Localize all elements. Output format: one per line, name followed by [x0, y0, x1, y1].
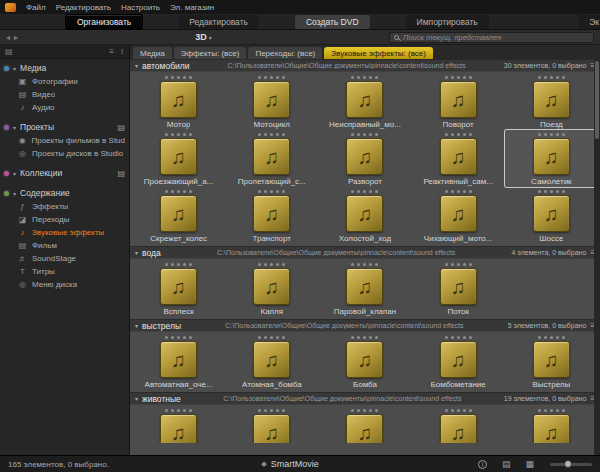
- sidebar-item[interactable]: ƒЭффекты: [0, 200, 129, 213]
- rating-dot[interactable]: [457, 409, 460, 412]
- sound-item[interactable]: ♫Неисправный_мо...: [318, 73, 411, 130]
- sound-item[interactable]: ♫Мотоцикл: [225, 73, 318, 130]
- menu-item[interactable]: Эл. магазин: [170, 3, 214, 12]
- rating-dot[interactable]: [183, 76, 186, 79]
- rating-dot[interactable]: [562, 76, 565, 79]
- rating-dot[interactable]: [375, 336, 378, 339]
- rating-dot[interactable]: [282, 336, 285, 339]
- rating-dot[interactable]: [177, 336, 180, 339]
- rating-dot[interactable]: [357, 190, 360, 193]
- rating-dot[interactable]: [457, 76, 460, 79]
- rating-dot[interactable]: [562, 190, 565, 193]
- rating-dot[interactable]: [369, 336, 372, 339]
- rating-dot[interactable]: [538, 76, 541, 79]
- rating-dot[interactable]: [165, 190, 168, 193]
- rating-dot[interactable]: [264, 133, 267, 136]
- rating-dot[interactable]: [375, 190, 378, 193]
- sound-item[interactable]: ♫Поток: [412, 260, 505, 317]
- rating-dot[interactable]: [177, 263, 180, 266]
- rating-dot[interactable]: [351, 409, 354, 412]
- sound-item[interactable]: ♫Всплеск: [132, 260, 225, 317]
- scrollbar-thumb[interactable]: [595, 61, 599, 139]
- rating-dot[interactable]: [451, 409, 454, 412]
- rating-dot[interactable]: [258, 409, 261, 412]
- rating-dot[interactable]: [189, 190, 192, 193]
- rating-dot[interactable]: [258, 190, 261, 193]
- rating-dot[interactable]: [177, 190, 180, 193]
- group-header[interactable]: ▾выстрелыC:\Пользователи\Общие\Общие док…: [130, 319, 600, 332]
- group-header[interactable]: ▾автомобилиC:\Пользователи\Общие\Общие д…: [130, 59, 600, 72]
- rating-dot[interactable]: [550, 76, 553, 79]
- rating-dot[interactable]: [276, 336, 279, 339]
- rating-dot[interactable]: [357, 336, 360, 339]
- sound-item[interactable]: ♫Скрежет_колес: [132, 187, 225, 244]
- rating-dot[interactable]: [270, 263, 273, 266]
- rating-dot[interactable]: [469, 263, 472, 266]
- rating-dot[interactable]: [276, 76, 279, 79]
- view-3d-button[interactable]: 3D: [195, 32, 207, 42]
- sidebar-item[interactable]: ♪Аудио: [0, 101, 129, 114]
- rating-dot[interactable]: [270, 76, 273, 79]
- main-tab[interactable]: Создать DVD: [295, 15, 370, 29]
- rating-dot[interactable]: [457, 190, 460, 193]
- rating-dot[interactable]: [264, 263, 267, 266]
- sound-item[interactable]: ♫Автоматная_оче...: [132, 333, 225, 390]
- content-tab[interactable]: Медиа: [133, 47, 172, 59]
- rating-dot[interactable]: [463, 76, 466, 79]
- rating-dot[interactable]: [445, 190, 448, 193]
- rating-dot[interactable]: [276, 190, 279, 193]
- sidebar-section-header[interactable]: ▾Медиа: [0, 61, 129, 75]
- rating-dot[interactable]: [369, 263, 372, 266]
- sidebar-item[interactable]: ♬SoundStage: [0, 252, 129, 265]
- zoom-slider[interactable]: [550, 463, 592, 466]
- rating-dot[interactable]: [369, 133, 372, 136]
- sound-item[interactable]: ♫Пролетающий_с...: [225, 130, 318, 187]
- rating-dot[interactable]: [363, 409, 366, 412]
- sidebar-item[interactable]: ◎Проекты дисков в Studio: [0, 147, 129, 160]
- rating-dot[interactable]: [451, 76, 454, 79]
- main-tab[interactable]: Импортировать: [406, 15, 489, 29]
- sound-item[interactable]: ♫Паровой_клапан: [318, 260, 411, 317]
- rating-dot[interactable]: [264, 76, 267, 79]
- rating-dot[interactable]: [451, 133, 454, 136]
- rating-dot[interactable]: [189, 409, 192, 412]
- rating-dot[interactable]: [282, 190, 285, 193]
- rating-dot[interactable]: [451, 190, 454, 193]
- sound-item[interactable]: ♫Капля: [225, 260, 318, 317]
- rating-dot[interactable]: [276, 409, 279, 412]
- sound-item[interactable]: ♫Мотор: [132, 73, 225, 130]
- sound-item[interactable]: ♫Проезжающий_а...: [132, 130, 225, 187]
- rating-dot[interactable]: [538, 190, 541, 193]
- section-action-icon[interactable]: ▤: [117, 169, 125, 178]
- rating-dot[interactable]: [369, 76, 372, 79]
- sound-item[interactable]: ♫Самолетик: [505, 130, 598, 187]
- rating-dot[interactable]: [550, 133, 553, 136]
- sound-item[interactable]: ♫: [318, 406, 411, 443]
- sidebar-section-header[interactable]: ▾Проекты▤: [0, 120, 129, 134]
- main-tab[interactable]: Организовать: [66, 15, 142, 29]
- rating-dot[interactable]: [544, 76, 547, 79]
- section-action-icon[interactable]: ▤: [117, 123, 125, 132]
- rating-dot[interactable]: [165, 336, 168, 339]
- content-tab[interactable]: Эффекты: (все): [174, 47, 247, 59]
- rating-dot[interactable]: [445, 133, 448, 136]
- forward-icon[interactable]: ▸: [14, 33, 18, 42]
- rating-dot[interactable]: [375, 133, 378, 136]
- rating-dot[interactable]: [369, 409, 372, 412]
- sidebar-item[interactable]: TТитры: [0, 265, 129, 278]
- sidebar-item[interactable]: ▤Видео: [0, 88, 129, 101]
- rating-dot[interactable]: [562, 409, 565, 412]
- sidebar-item[interactable]: ◪Переходы: [0, 213, 129, 226]
- rating-dot[interactable]: [538, 336, 541, 339]
- sound-item[interactable]: ♫Атомная_бомба: [225, 333, 318, 390]
- sound-item[interactable]: ♫: [505, 406, 598, 443]
- sound-item[interactable]: ♫: [412, 406, 505, 443]
- rating-dot[interactable]: [562, 336, 565, 339]
- rating-dot[interactable]: [556, 133, 559, 136]
- scrollbar[interactable]: [594, 59, 600, 455]
- rating-dot[interactable]: [538, 133, 541, 136]
- rating-dot[interactable]: [264, 336, 267, 339]
- rating-dot[interactable]: [264, 409, 267, 412]
- rating-dot[interactable]: [469, 409, 472, 412]
- rating-dot[interactable]: [183, 190, 186, 193]
